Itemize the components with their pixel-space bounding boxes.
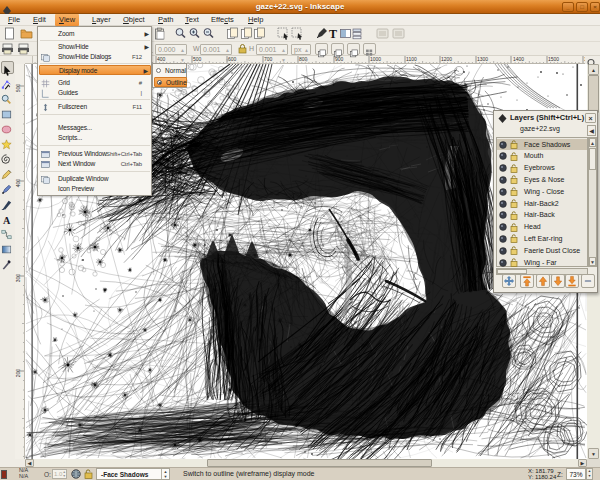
svg-text:1300: 1300 — [477, 56, 488, 62]
svg-text:1200: 1200 — [441, 56, 452, 62]
svg-text:500: 500 — [15, 84, 21, 93]
svg-text:1400: 1400 — [513, 56, 524, 62]
svg-text:500: 500 — [193, 56, 202, 62]
svg-text:1100: 1100 — [406, 56, 417, 62]
svg-text:1600: 1600 — [584, 56, 585, 62]
svg-text:400: 400 — [157, 56, 166, 62]
svg-text:400: 400 — [15, 179, 21, 188]
svg-text:1500: 1500 — [548, 56, 559, 62]
svg-text:700: 700 — [264, 56, 273, 62]
svg-text:A: A — [3, 215, 11, 225]
svg-text:200: 200 — [15, 369, 21, 378]
svg-text:300: 300 — [15, 274, 21, 283]
svg-text:T: T — [329, 27, 337, 40]
